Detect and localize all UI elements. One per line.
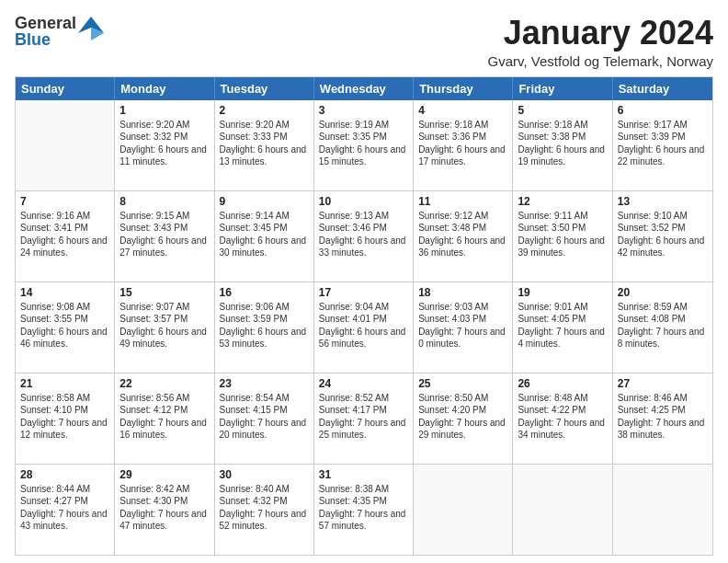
calendar-cell: 28Sunrise: 8:44 AMSunset: 4:27 PMDayligh… — [16, 465, 115, 555]
logo-bird-icon — [78, 15, 104, 44]
day-number: 26 — [518, 377, 607, 390]
calendar-cell: 24Sunrise: 8:52 AMSunset: 4:17 PMDayligh… — [314, 373, 414, 464]
title-block: January 2024 Gvarv, Vestfold og Telemark… — [488, 15, 713, 69]
day-number: 21 — [20, 377, 109, 390]
day-info: Sunrise: 9:18 AMSunset: 3:36 PMDaylight:… — [418, 119, 507, 168]
day-info: Sunrise: 9:03 AMSunset: 4:03 PMDaylight:… — [418, 301, 507, 350]
calendar-cell: 9Sunrise: 9:14 AMSunset: 3:45 PMDaylight… — [215, 191, 314, 282]
day-info: Sunrise: 9:17 AMSunset: 3:39 PMDaylight:… — [618, 119, 708, 168]
calendar-header-cell: Thursday — [414, 77, 513, 100]
day-info: Sunrise: 8:48 AMSunset: 4:22 PMDaylight:… — [518, 392, 607, 442]
day-info: Sunrise: 9:12 AMSunset: 3:48 PMDaylight:… — [418, 210, 507, 259]
calendar-row: 14Sunrise: 9:08 AMSunset: 3:55 PMDayligh… — [16, 282, 712, 373]
day-number: 7 — [20, 195, 109, 208]
day-number: 10 — [319, 195, 408, 208]
calendar-header-cell: Monday — [115, 77, 214, 100]
calendar-cell: 13Sunrise: 9:10 AMSunset: 3:52 PMDayligh… — [613, 191, 712, 282]
day-number: 22 — [119, 377, 209, 390]
day-number: 9 — [220, 195, 309, 208]
day-info: Sunrise: 9:07 AMSunset: 3:57 PMDaylight:… — [119, 301, 209, 350]
day-number: 5 — [518, 104, 607, 117]
calendar-body: 1Sunrise: 9:20 AMSunset: 3:32 PMDaylight… — [16, 100, 712, 555]
calendar-header-cell: Wednesday — [314, 77, 414, 100]
calendar-cell: 23Sunrise: 8:54 AMSunset: 4:15 PMDayligh… — [215, 373, 314, 464]
logo-text: General Blue — [15, 15, 76, 48]
logo-blue: Blue — [15, 31, 76, 48]
location: Gvarv, Vestfold og Telemark, Norway — [488, 53, 713, 69]
day-info: Sunrise: 9:19 AMSunset: 3:35 PMDaylight:… — [319, 119, 408, 168]
calendar-cell — [513, 465, 612, 555]
calendar-cell: 12Sunrise: 9:11 AMSunset: 3:50 PMDayligh… — [513, 191, 612, 282]
day-info: Sunrise: 9:18 AMSunset: 3:38 PMDaylight:… — [518, 119, 607, 168]
logo: General Blue — [15, 15, 104, 48]
calendar-header-cell: Friday — [513, 77, 612, 100]
day-number: 28 — [20, 468, 109, 481]
calendar-cell: 8Sunrise: 9:15 AMSunset: 3:43 PMDaylight… — [115, 191, 214, 282]
calendar-cell — [414, 465, 513, 555]
day-info: Sunrise: 8:54 AMSunset: 4:15 PMDaylight:… — [220, 392, 309, 442]
calendar-cell: 18Sunrise: 9:03 AMSunset: 4:03 PMDayligh… — [414, 282, 513, 373]
day-number: 12 — [518, 195, 607, 208]
day-number: 3 — [319, 104, 408, 117]
day-number: 24 — [319, 377, 408, 390]
day-number: 25 — [418, 377, 507, 390]
day-number: 19 — [518, 286, 607, 299]
calendar-cell: 31Sunrise: 8:38 AMSunset: 4:35 PMDayligh… — [314, 465, 414, 555]
calendar-cell: 17Sunrise: 9:04 AMSunset: 4:01 PMDayligh… — [314, 282, 414, 373]
day-info: Sunrise: 8:44 AMSunset: 4:27 PMDaylight:… — [20, 483, 109, 533]
day-info: Sunrise: 9:20 AMSunset: 3:32 PMDaylight:… — [119, 119, 209, 168]
calendar-cell: 15Sunrise: 9:07 AMSunset: 3:57 PMDayligh… — [115, 282, 214, 373]
calendar-cell: 11Sunrise: 9:12 AMSunset: 3:48 PMDayligh… — [414, 191, 513, 282]
day-info: Sunrise: 9:14 AMSunset: 3:45 PMDaylight:… — [220, 210, 309, 259]
day-number: 14 — [20, 286, 109, 299]
calendar-row: 1Sunrise: 9:20 AMSunset: 3:32 PMDaylight… — [16, 100, 712, 190]
day-number: 27 — [618, 377, 708, 390]
day-number: 1 — [119, 104, 209, 117]
day-info: Sunrise: 9:16 AMSunset: 3:41 PMDaylight:… — [20, 210, 109, 259]
calendar-row: 21Sunrise: 8:58 AMSunset: 4:10 PMDayligh… — [16, 373, 712, 464]
day-number: 18 — [418, 286, 507, 299]
day-info: Sunrise: 8:56 AMSunset: 4:12 PMDaylight:… — [119, 392, 209, 442]
calendar-cell: 7Sunrise: 9:16 AMSunset: 3:41 PMDaylight… — [16, 191, 115, 282]
header: General Blue January 2024 Gvarv, Vestfol… — [15, 15, 713, 69]
day-number: 31 — [319, 468, 408, 481]
calendar-cell: 22Sunrise: 8:56 AMSunset: 4:12 PMDayligh… — [115, 373, 214, 464]
calendar-cell: 30Sunrise: 8:40 AMSunset: 4:32 PMDayligh… — [215, 465, 314, 555]
day-number: 13 — [618, 195, 708, 208]
day-number: 2 — [220, 104, 309, 117]
calendar-cell — [613, 465, 712, 555]
calendar-cell — [16, 100, 115, 190]
calendar-cell: 26Sunrise: 8:48 AMSunset: 4:22 PMDayligh… — [513, 373, 612, 464]
calendar-cell: 27Sunrise: 8:46 AMSunset: 4:25 PMDayligh… — [613, 373, 712, 464]
calendar-cell: 19Sunrise: 9:01 AMSunset: 4:05 PMDayligh… — [513, 282, 612, 373]
day-info: Sunrise: 9:13 AMSunset: 3:46 PMDaylight:… — [319, 210, 408, 259]
calendar-cell: 5Sunrise: 9:18 AMSunset: 3:38 PMDaylight… — [513, 100, 612, 190]
day-number: 6 — [618, 104, 708, 117]
calendar-cell: 29Sunrise: 8:42 AMSunset: 4:30 PMDayligh… — [115, 465, 214, 555]
day-info: Sunrise: 8:46 AMSunset: 4:25 PMDaylight:… — [618, 392, 708, 442]
calendar-cell: 6Sunrise: 9:17 AMSunset: 3:39 PMDaylight… — [613, 100, 712, 190]
calendar-cell: 14Sunrise: 9:08 AMSunset: 3:55 PMDayligh… — [16, 282, 115, 373]
month-title: January 2024 — [488, 15, 713, 52]
calendar-cell: 1Sunrise: 9:20 AMSunset: 3:32 PMDaylight… — [115, 100, 214, 190]
day-number: 23 — [220, 377, 309, 390]
day-info: Sunrise: 8:58 AMSunset: 4:10 PMDaylight:… — [20, 392, 109, 442]
day-number: 8 — [119, 195, 209, 208]
day-info: Sunrise: 9:11 AMSunset: 3:50 PMDaylight:… — [518, 210, 607, 259]
calendar: SundayMondayTuesdayWednesdayThursdayFrid… — [15, 76, 713, 556]
day-info: Sunrise: 8:40 AMSunset: 4:32 PMDaylight:… — [220, 483, 309, 533]
calendar-header: SundayMondayTuesdayWednesdayThursdayFrid… — [16, 77, 712, 100]
calendar-cell: 16Sunrise: 9:06 AMSunset: 3:59 PMDayligh… — [215, 282, 314, 373]
day-info: Sunrise: 8:59 AMSunset: 4:08 PMDaylight:… — [618, 301, 708, 350]
calendar-header-cell: Tuesday — [215, 77, 314, 100]
calendar-header-cell: Sunday — [16, 77, 115, 100]
page: General Blue January 2024 Gvarv, Vestfol… — [0, 0, 728, 563]
day-info: Sunrise: 9:15 AMSunset: 3:43 PMDaylight:… — [119, 210, 209, 259]
calendar-cell: 3Sunrise: 9:19 AMSunset: 3:35 PMDaylight… — [314, 100, 414, 190]
calendar-header-cell: Saturday — [613, 77, 712, 100]
day-number: 4 — [418, 104, 507, 117]
calendar-cell: 25Sunrise: 8:50 AMSunset: 4:20 PMDayligh… — [414, 373, 513, 464]
calendar-cell: 10Sunrise: 9:13 AMSunset: 3:46 PMDayligh… — [314, 191, 414, 282]
calendar-cell: 20Sunrise: 8:59 AMSunset: 4:08 PMDayligh… — [613, 282, 712, 373]
day-info: Sunrise: 9:04 AMSunset: 4:01 PMDaylight:… — [319, 301, 408, 350]
